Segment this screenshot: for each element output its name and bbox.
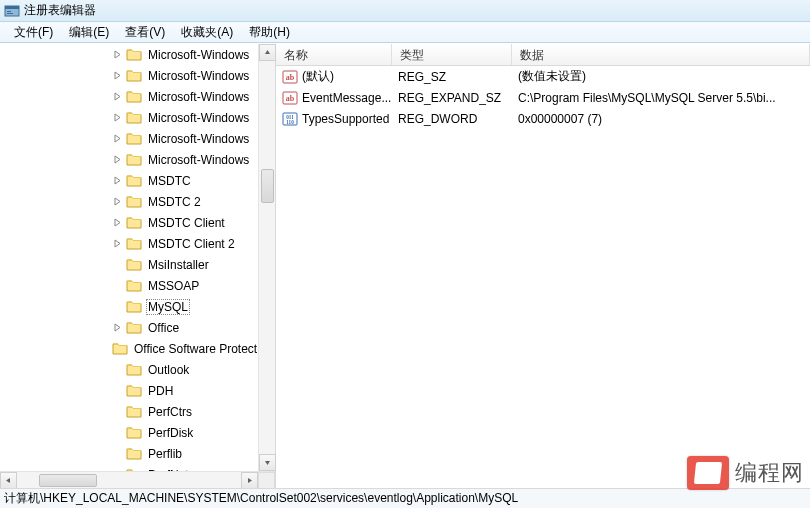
status-path: 计算机\HKEY_LOCAL_MACHINE\SYSTEM\ControlSet… xyxy=(4,490,518,507)
list-body[interactable]: (默认)REG_SZ(数值未设置)EventMessage...REG_EXPA… xyxy=(276,66,810,488)
tree-expander-icon xyxy=(110,384,124,398)
tree-item-label: PerfCtrs xyxy=(146,404,194,420)
folder-icon xyxy=(126,68,142,84)
menu-help[interactable]: 帮助(H) xyxy=(241,22,298,43)
folder-icon xyxy=(126,236,142,252)
cell-type: REG_EXPAND_SZ xyxy=(392,91,512,105)
tree-item-label: MSDTC 2 xyxy=(146,194,203,210)
folder-icon xyxy=(126,131,142,147)
tree-item[interactable]: Outlook xyxy=(0,359,275,380)
tree-item[interactable]: PerfDisk xyxy=(0,422,275,443)
tree-expander-icon[interactable] xyxy=(110,69,124,83)
svg-rect-2 xyxy=(7,11,11,12)
svg-rect-1 xyxy=(5,6,19,9)
tree-item[interactable]: MSSOAP xyxy=(0,275,275,296)
tree-item[interactable]: Perflib xyxy=(0,443,275,464)
column-header-data[interactable]: 数据 xyxy=(512,44,810,65)
tree-vertical-scrollbar[interactable] xyxy=(258,44,275,471)
folder-icon xyxy=(126,110,142,126)
tree-expander-icon[interactable] xyxy=(110,132,124,146)
tree-expander-icon xyxy=(110,258,124,272)
cell-name: EventMessage... xyxy=(276,90,392,106)
menu-edit[interactable]: 编辑(E) xyxy=(61,22,117,43)
tree-scroll-area[interactable]: Microsoft-WindowsMicrosoft-WindowsMicros… xyxy=(0,44,275,471)
tree-item[interactable]: Microsoft-Windows xyxy=(0,86,275,107)
window-title: 注册表编辑器 xyxy=(24,2,96,19)
tree-item[interactable]: PerfCtrs xyxy=(0,401,275,422)
tree-item[interactable]: Microsoft-Windows xyxy=(0,107,275,128)
tree-expander-icon[interactable] xyxy=(110,153,124,167)
reg-string-icon xyxy=(282,69,298,85)
tree-item[interactable]: MSDTC 2 xyxy=(0,191,275,212)
folder-icon xyxy=(126,215,142,231)
tree-item-label: Microsoft-Windows xyxy=(146,131,251,147)
tree-expander-icon[interactable] xyxy=(110,111,124,125)
scroll-right-arrow[interactable] xyxy=(241,472,258,489)
tree-item[interactable]: MSDTC Client xyxy=(0,212,275,233)
title-bar: 注册表编辑器 xyxy=(0,0,810,22)
tree-item-label: Microsoft-Windows xyxy=(146,152,251,168)
tree-expander-icon[interactable] xyxy=(110,195,124,209)
reg-string-icon xyxy=(282,90,298,106)
scroll-left-arrow[interactable] xyxy=(0,472,17,489)
workspace: Microsoft-WindowsMicrosoft-WindowsMicros… xyxy=(0,43,810,488)
column-header-name[interactable]: 名称 xyxy=(276,44,392,65)
tree-item[interactable]: MSDTC xyxy=(0,170,275,191)
status-bar: 计算机\HKEY_LOCAL_MACHINE\SYSTEM\ControlSet… xyxy=(0,488,810,508)
cell-data: C:\Program Files\MySQL\MySQL Server 5.5\… xyxy=(512,91,810,105)
list-row[interactable]: EventMessage...REG_EXPAND_SZC:\Program F… xyxy=(276,87,810,108)
reg-binary-icon xyxy=(282,111,298,127)
tree-item[interactable]: Office Software Protection Platform xyxy=(0,338,275,359)
scroll-thumb-vertical[interactable] xyxy=(261,169,274,203)
menu-view[interactable]: 查看(V) xyxy=(117,22,173,43)
tree-item-label: Microsoft-Windows xyxy=(146,68,251,84)
column-header-type[interactable]: 类型 xyxy=(392,44,512,65)
cell-data: (数值未设置) xyxy=(512,68,810,85)
menu-file[interactable]: 文件(F) xyxy=(6,22,61,43)
scroll-up-arrow[interactable] xyxy=(259,44,276,61)
tree-item[interactable]: Microsoft-Windows xyxy=(0,149,275,170)
folder-icon xyxy=(126,257,142,273)
scroll-track-vertical[interactable] xyxy=(259,61,275,454)
scroll-corner xyxy=(258,472,275,489)
tree-expander-icon xyxy=(110,447,124,461)
scroll-track-horizontal[interactable] xyxy=(17,472,241,488)
menu-bar: 文件(F) 编辑(E) 查看(V) 收藏夹(A) 帮助(H) xyxy=(0,22,810,43)
menu-favorites[interactable]: 收藏夹(A) xyxy=(173,22,241,43)
folder-icon xyxy=(126,404,142,420)
tree-item-label: MSSOAP xyxy=(146,278,201,294)
scroll-thumb-horizontal[interactable] xyxy=(39,474,97,487)
tree-item[interactable]: Office xyxy=(0,317,275,338)
tree-horizontal-scrollbar[interactable] xyxy=(0,471,275,488)
tree-item[interactable]: PDH xyxy=(0,380,275,401)
list-header: 名称 类型 数据 xyxy=(276,44,810,66)
tree-item[interactable]: Microsoft-Windows xyxy=(0,44,275,65)
tree-expander-icon[interactable] xyxy=(110,321,124,335)
tree-item-label: MSDTC Client xyxy=(146,215,227,231)
tree-expander-icon[interactable] xyxy=(110,216,124,230)
tree-expander-icon[interactable] xyxy=(110,48,124,62)
tree-expander-icon xyxy=(110,279,124,293)
cell-name: (默认) xyxy=(276,68,392,85)
tree-item-label: Microsoft-Windows xyxy=(146,47,251,63)
folder-icon xyxy=(126,152,142,168)
cell-name: TypesSupported xyxy=(276,111,392,127)
tree-expander-icon[interactable] xyxy=(110,90,124,104)
list-row[interactable]: TypesSupportedREG_DWORD0x00000007 (7) xyxy=(276,108,810,129)
tree-item[interactable]: Microsoft-Windows xyxy=(0,128,275,149)
tree-item[interactable]: MsiInstaller xyxy=(0,254,275,275)
scroll-down-arrow[interactable] xyxy=(259,454,276,471)
tree-expander-icon xyxy=(110,426,124,440)
tree-item-label: Perflib xyxy=(146,446,184,462)
folder-icon xyxy=(126,194,142,210)
tree-expander-icon[interactable] xyxy=(110,237,124,251)
tree-expander-icon[interactable] xyxy=(110,174,124,188)
folder-icon xyxy=(126,383,142,399)
tree-item[interactable]: MySQL xyxy=(0,296,275,317)
list-row[interactable]: (默认)REG_SZ(数值未设置) xyxy=(276,66,810,87)
list-pane: 名称 类型 数据 (默认)REG_SZ(数值未设置)EventMessage..… xyxy=(276,44,810,488)
tree-item[interactable]: PerfNet xyxy=(0,464,275,471)
tree-item[interactable]: Microsoft-Windows xyxy=(0,65,275,86)
tree-item[interactable]: MSDTC Client 2 xyxy=(0,233,275,254)
folder-icon xyxy=(126,362,142,378)
